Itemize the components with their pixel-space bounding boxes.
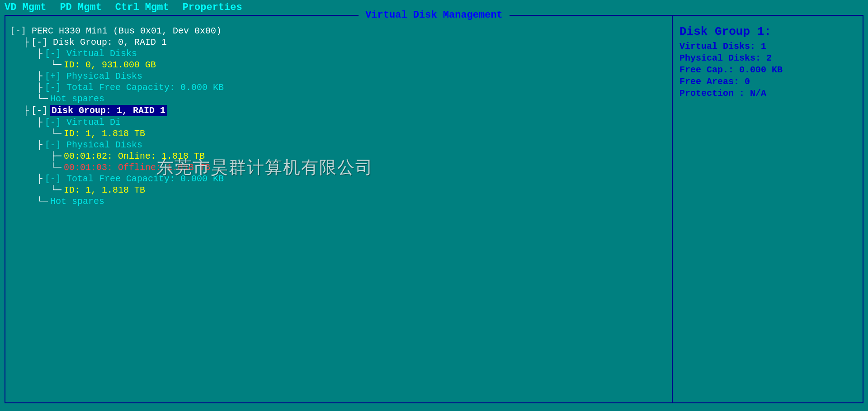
virtual-disks-dg1-header[interactable]: ├ [-] Virtual Di xyxy=(37,117,667,128)
tree-branch-dg1: ├ xyxy=(24,105,29,116)
tree-branch-hs1: └─ xyxy=(37,196,48,207)
protection-value: Protection : N/A xyxy=(679,88,856,99)
total-free-cap-dg0-label: [-] Total Free Capacity: 0.000 KB xyxy=(45,82,224,93)
disk-offline-line[interactable]: └─ 00:01:03: Offline: 1.818 TB xyxy=(51,162,667,173)
disk-online-line[interactable]: ├─ 00:01:02: Online: 1.818 TB xyxy=(51,151,667,161)
tree-branch-tfc1: ├ xyxy=(37,174,42,184)
physical-disks-dg1-label: [-] Physical Disks xyxy=(45,140,142,150)
menu-ctrl-mgmt[interactable]: Ctrl Mgmt xyxy=(115,2,169,13)
physical-disks-dg0-label: [+] Physical Disks xyxy=(45,71,142,81)
vd1-id-line[interactable]: └─ ID: 1, 1.818 TB xyxy=(51,128,667,139)
physical-disks-dg0-header[interactable]: ├ [+] Physical Disks xyxy=(37,71,667,81)
disk-group-0-label: [-] Disk Group: 0, RAID 1 xyxy=(31,37,167,47)
tree-branch-offline: └─ xyxy=(51,162,61,173)
disk-online-label: 00:01:02: Online: 1.818 TB xyxy=(64,151,205,161)
tree-branch-online: ├─ xyxy=(51,151,61,161)
virtual-disks-dg0-label: [-] Virtual Disks xyxy=(45,48,137,59)
total-free-cap-dg1[interactable]: ├ [-] Total Free Capacity: 0.000 KB xyxy=(37,174,667,184)
menu-vd-mgmt[interactable]: VD Mgmt xyxy=(5,2,46,13)
total-free-id-dg1-label: ID: 1, 1.818 TB xyxy=(64,185,145,195)
total-free-id-dg1[interactable]: └─ ID: 1, 1.818 TB xyxy=(51,185,667,195)
vd0-id-line[interactable]: └─ ID: 0, 931.000 GB xyxy=(51,60,667,70)
disk-group-1-bracket: [-] xyxy=(31,105,47,116)
tree-branch-vd0-id: └─ xyxy=(51,60,61,70)
left-panel: [-] PERC H330 Mini (Bus 0x01, Dev 0x00) … xyxy=(5,16,673,402)
disk-group-title: Disk Group 1: xyxy=(679,25,856,38)
free-areas-value: Free Areas: 0 xyxy=(679,76,856,87)
tree-branch-pd0: ├ xyxy=(37,71,42,81)
vd1-id-label: ID: 1, 1.818 TB xyxy=(64,128,145,139)
tree-branch-hs0: └─ xyxy=(37,94,48,104)
free-cap-value: Free Cap.: 0.000 KB xyxy=(679,65,856,75)
controller-label: [-] PERC H330 Mini (Bus 0x01, Dev 0x00) xyxy=(10,26,222,36)
hot-spares-dg1-label: Hot spares xyxy=(50,196,104,207)
virtual-disks-dg0-header[interactable]: ├ [-] Virtual Disks xyxy=(37,48,667,59)
menu-pd-mgmt[interactable]: PD Mgmt xyxy=(60,2,101,13)
physical-disks-count: Physical Disks: 2 xyxy=(679,53,856,63)
disk-group-1-header[interactable]: ├ [-] Disk Group: 1, RAID 1 xyxy=(24,105,667,116)
virtual-disks-count: Virtual Disks: 1 xyxy=(679,41,856,52)
disk-group-0-header[interactable]: ├ [-] Disk Group: 0, RAID 1 xyxy=(24,37,667,47)
disk-offline-label: 00:01:03: Offline: 1.818 TB xyxy=(64,162,210,173)
total-free-cap-dg0[interactable]: ├ [-] Total Free Capacity: 0.000 KB xyxy=(37,82,667,93)
menu-properties[interactable]: Properties xyxy=(183,2,242,13)
tree-branch-vd1-id: └─ xyxy=(51,128,61,139)
tree-branch-pd1: ├ xyxy=(37,140,42,150)
hot-spares-dg1[interactable]: └─ Hot spares xyxy=(37,196,667,207)
tree-branch-tfc0: ├ xyxy=(37,82,42,93)
window-title: Virtual Disk Management xyxy=(359,9,509,21)
disk-group-1-label[interactable]: Disk Group: 1, RAID 1 xyxy=(50,105,167,116)
vd0-id-label: ID: 0, 931.000 GB xyxy=(64,60,156,70)
right-panel: Disk Group 1: Virtual Disks: 1 Physical … xyxy=(673,16,863,402)
controller-line: [-] PERC H330 Mini (Bus 0x01, Dev 0x00) xyxy=(10,26,667,36)
tree-branch-vd0: ├ xyxy=(37,48,42,59)
main-container: Virtual Disk Management [-] PERC H330 Mi… xyxy=(5,15,863,403)
hot-spares-dg0[interactable]: └─ Hot spares xyxy=(37,94,667,104)
tree-branch-vd1: ├ xyxy=(37,117,42,128)
total-free-cap-dg1-label: [-] Total Free Capacity: 0.000 KB xyxy=(45,174,224,184)
virtual-disks-dg1-label: [-] Virtual Di xyxy=(45,117,121,128)
tree-branch-tfi1: └─ xyxy=(51,185,61,195)
hot-spares-dg0-label: Hot spares xyxy=(50,94,104,104)
tree-branch-dg0: ├ xyxy=(24,37,29,47)
physical-disks-dg1-header[interactable]: ├ [-] Physical Disks xyxy=(37,140,667,150)
